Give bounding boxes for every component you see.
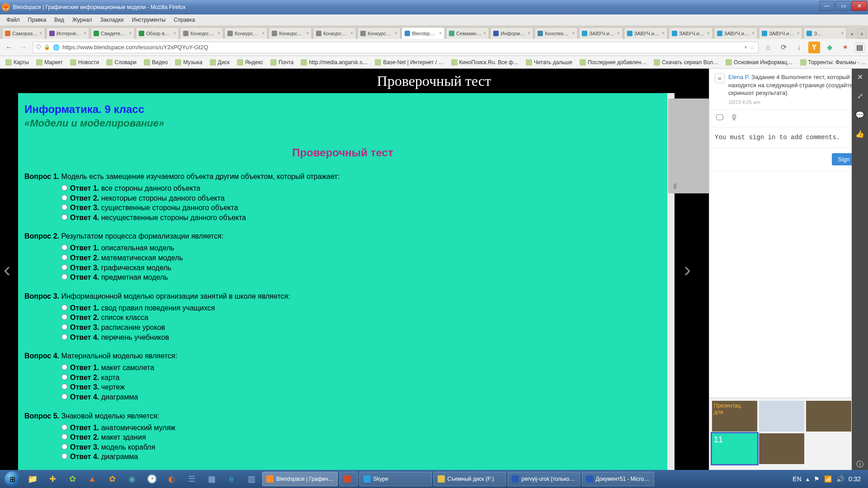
taskbar-pin-explorer[interactable]: 📁 (24, 471, 42, 487)
browser-tab[interactable]: ЗАВУЧ.инф…× (579, 27, 623, 39)
scrollbar-thumb[interactable] (668, 99, 713, 193)
browser-tab[interactable]: Конкурсы ::…× (313, 27, 356, 39)
taskbar-task[interactable]: Blendspace | Графич… (262, 472, 338, 486)
bookmark-item[interactable]: Диск (207, 58, 232, 66)
answer-option[interactable]: Ответ 3. чертеж (61, 382, 661, 392)
browser-tab[interactable]: Конкурсы ::…× (180, 27, 223, 39)
screen-icon[interactable]: 🖵 (716, 113, 724, 122)
slide-thumb[interactable]: Презентац.для (712, 401, 757, 432)
slide-thumb[interactable] (806, 401, 851, 432)
tray-volume-icon[interactable]: 🔊 (836, 475, 844, 483)
bookmark-item[interactable]: http://media.angarsk.s… (298, 58, 370, 66)
start-button[interactable]: ⊞ (3, 470, 22, 488)
answer-option[interactable]: Ответ 2. некоторые стороны данного объек… (61, 193, 661, 203)
browser-tab[interactable]: Конкурсы ::…× (357, 27, 401, 39)
info-rail-icon[interactable]: ⓘ (854, 459, 865, 470)
bookmark-item[interactable]: Маркет (33, 58, 66, 66)
answer-option[interactable]: Ответ 4. диаграмма (61, 452, 661, 462)
bookmark-star-icon[interactable]: ☆ (750, 44, 755, 51)
answer-option[interactable]: Ответ 4. диаграмма (61, 392, 661, 402)
browser-tab[interactable]: Информат…× (490, 27, 533, 39)
comment-icon[interactable]: 💬 (854, 109, 865, 120)
bookmark-item[interactable]: КиноПоиск.Ru. Все ф… (448, 58, 521, 66)
collapse-panel-button[interactable]: » (715, 73, 725, 83)
next-slide-button[interactable]: › (684, 257, 691, 282)
url-input[interactable]: ⓘ 🔒 🌐 https://www.blendspace.com/lessons… (33, 42, 759, 53)
menu-item[interactable]: Инструменты (128, 16, 170, 24)
tray-show-hidden-icon[interactable]: ▴ (806, 475, 809, 483)
menu-item[interactable]: Файл (3, 16, 24, 24)
answer-option[interactable]: Ответ 4. предметная модель (61, 272, 661, 282)
answer-option[interactable]: Ответ 2. макет здания (61, 432, 661, 442)
browser-tab[interactable]: Blendspa…× (401, 27, 445, 39)
taskbar-task[interactable]: Документ51 - Micro… (582, 472, 654, 486)
new-tab-button[interactable]: + (858, 29, 866, 39)
close-button[interactable]: ✕ (852, 1, 867, 11)
dropdown-icon[interactable]: ▾ (745, 45, 747, 50)
answer-option[interactable]: Ответ 4. перечень учебников (61, 333, 661, 343)
bookmark-item[interactable]: Читать дальше (523, 58, 575, 66)
browser-tab[interactable]: Интернет-в…× (46, 27, 90, 39)
taskbar-task[interactable]: pervyij-urok [только… (508, 472, 580, 486)
tray-flag-icon[interactable]: ⚑ (814, 475, 820, 483)
slide-thumb[interactable] (759, 433, 804, 464)
taskbar-pin-app[interactable]: ◐ (163, 471, 181, 487)
extension-icon-2[interactable]: ✶ (839, 42, 851, 53)
browser-tab[interactable]: ЗАВУЧ.инф…× (669, 27, 712, 39)
answer-option[interactable]: Ответ 2. список класса (61, 313, 661, 323)
taskbar-pin-app[interactable]: ▥ (242, 471, 260, 487)
bookmark-item[interactable]: Основная Информац… (723, 58, 795, 66)
answer-option[interactable]: Ответ 4. несущественные стороны данного … (61, 213, 661, 223)
bookmark-item[interactable]: Последние добавлен… (577, 58, 649, 66)
answer-option[interactable]: Ответ 3. существенные стороны данного об… (61, 203, 661, 213)
tab-list-button[interactable]: ▾ (848, 29, 855, 39)
taskbar-task[interactable]: Skype (359, 472, 432, 486)
answer-option[interactable]: Ответ 2. карта (61, 373, 661, 383)
bookmark-item[interactable]: Яндекс (234, 58, 266, 66)
browser-tab[interactable]: Семакин И…× (446, 27, 489, 39)
answer-option[interactable]: Ответ 3. расписание уроков (61, 323, 661, 333)
mic-icon[interactable]: 🎙 (730, 113, 738, 122)
vertical-scrollbar[interactable] (667, 93, 675, 470)
menu-item[interactable]: Вид (51, 16, 68, 24)
answer-option[interactable]: Ответ 1. описательная модель (61, 243, 661, 253)
back-button[interactable]: ← (4, 42, 14, 53)
browser-tab[interactable]: Обзор воз…× (136, 27, 179, 39)
bookmark-item[interactable]: Base-Net | Интернет / … (372, 58, 446, 66)
taskbar-pin-app[interactable]: ✚ (43, 471, 61, 487)
minimize-button[interactable]: — (819, 1, 835, 11)
taskbar-pin-app[interactable]: 🕑 (143, 471, 161, 487)
close-panel-icon[interactable]: ✕ (854, 71, 865, 82)
taskbar-pin-app[interactable]: ✿ (63, 471, 81, 487)
comment-box[interactable]: You must sign in to add comments. (709, 127, 868, 148)
taskbar-pin-chrome[interactable]: ◉ (123, 471, 141, 487)
home-button[interactable]: ⌂ (762, 42, 774, 53)
browser-tab[interactable]: Саморазви…× (2, 27, 45, 39)
browser-tab[interactable]: З…× (803, 27, 847, 39)
bookmark-item[interactable]: Скачать сериал Вол… (651, 58, 721, 66)
browser-tab[interactable]: ЗАВУЧ.инф…× (624, 27, 668, 39)
yandex-icon[interactable]: Y (808, 42, 820, 53)
bookmark-item[interactable]: Видео (141, 58, 170, 66)
bookmark-item[interactable]: Музыка (172, 58, 205, 66)
bookmark-item[interactable]: Новости (67, 58, 102, 66)
answer-option[interactable]: Ответ 3. графическая модель (61, 263, 661, 273)
slide-thumb[interactable] (759, 401, 804, 432)
taskbar-pin-calc[interactable]: ▦ (203, 471, 221, 487)
answer-option[interactable]: Ответ 3. модель корабля (61, 442, 661, 452)
maximize-button[interactable]: ▭ (835, 1, 851, 11)
taskbar-pin-app[interactable]: ✿ (103, 471, 121, 487)
menu-item[interactable]: Закладки (97, 16, 127, 24)
taskbar-pin-app[interactable]: ☰ (183, 471, 201, 487)
taskbar-task[interactable] (340, 472, 358, 486)
like-icon[interactable]: 👍 (854, 128, 865, 139)
prev-slide-button[interactable]: ‹ (4, 257, 10, 282)
menu-item[interactable]: Журнал (69, 16, 96, 24)
browser-tab[interactable]: ЗАВУЧ.инф…× (759, 27, 802, 39)
expand-icon[interactable]: ⤢ (854, 90, 865, 101)
bookmark-item[interactable]: Почта (268, 58, 296, 66)
tray-lang[interactable]: EN (793, 475, 801, 483)
taskbar-task[interactable]: Съемный диск (F:) (434, 472, 506, 486)
extension-icon-1[interactable]: ◆ (824, 42, 835, 53)
browser-tab[interactable]: Свидетельс…× (90, 27, 135, 39)
